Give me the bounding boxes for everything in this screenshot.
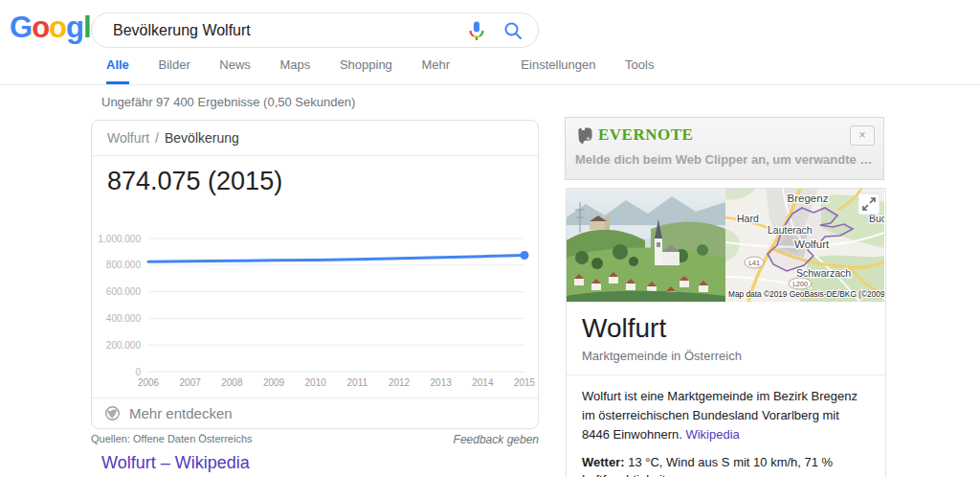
fact-weather-label: Wetter: xyxy=(582,455,625,469)
tab-news[interactable]: News xyxy=(219,57,251,81)
map-label-hard: Hard xyxy=(737,213,759,224)
svg-text:2010: 2010 xyxy=(305,377,327,388)
svg-text:2014: 2014 xyxy=(472,377,494,388)
tab-mehr[interactable]: Mehr xyxy=(421,57,450,81)
road-shield-l200: L200 xyxy=(792,281,808,287)
result-tabs: Alle Bilder News Maps Shopping Mehr Eins… xyxy=(106,57,980,84)
fact-weather: Wetter: 13 °C, Wind aus S mit 10 km/h, 7… xyxy=(582,454,870,477)
tab-tools[interactable]: Tools xyxy=(625,57,654,81)
knowledge-panel-divider xyxy=(567,375,885,375)
svg-text:2011: 2011 xyxy=(347,377,368,388)
expand-map-icon[interactable] xyxy=(858,193,880,215)
svg-text:2009: 2009 xyxy=(263,377,285,388)
tab-shopping[interactable]: Shopping xyxy=(340,57,392,81)
population-chart-svg: 0200.000400.000600.000800.0001.000.00020… xyxy=(97,226,535,397)
knowledge-panel-description: Wolfurt ist eine Marktgemeinde im Bezirk… xyxy=(582,387,870,444)
microphone-icon[interactable] xyxy=(465,19,488,42)
knowledge-panel-media: L41 L200 Bregenz Hard Lauterach Wolfurt … xyxy=(567,189,885,302)
results-stats: Ungefähr 97 400 Ergebnisse (0,50 Sekunde… xyxy=(101,95,355,109)
population-chart: 0200.000400.000600.000800.0001.000.00020… xyxy=(97,226,535,397)
tab-bilder[interactable]: Bilder xyxy=(158,57,189,81)
knowledge-panel-subtitle: Marktgemeinde in Österreich xyxy=(582,349,870,363)
evernote-message: Melde dich beim Web Clipper an, um verwa… xyxy=(575,152,878,167)
svg-text:2013: 2013 xyxy=(431,377,453,388)
globe-icon xyxy=(104,405,121,421)
map-label-schwarzach: Schwarzach xyxy=(796,267,851,279)
evernote-wordmark: EVERNOTE xyxy=(598,125,693,145)
wolfurt-photo[interactable] xyxy=(567,189,725,302)
header-divider xyxy=(0,84,980,85)
answer-card-breadcrumb: Wolfurt/Bevölkerung xyxy=(92,121,538,156)
knowledge-panel-body: Wolfurt Marktgemeinde in Österreich Wolf… xyxy=(567,302,885,477)
search-input[interactable] xyxy=(111,21,465,40)
svg-text:2007: 2007 xyxy=(180,377,202,388)
wikipedia-link[interactable]: Wikipedia xyxy=(685,427,739,442)
map-label-lauterach: Lauterach xyxy=(768,224,813,236)
wolfurt-map[interactable]: L41 L200 Bregenz Hard Lauterach Wolfurt … xyxy=(725,189,884,302)
knowledge-panel-title: Wolfurt xyxy=(582,313,870,344)
tab-einstellungen[interactable]: Einstellungen xyxy=(521,57,595,81)
svg-text:800.000: 800.000 xyxy=(106,260,142,270)
breadcrumb-separator: / xyxy=(155,130,159,146)
svg-text:2012: 2012 xyxy=(389,377,411,388)
sources-label: Quellen: Offene Daten Österreichs xyxy=(91,433,253,444)
tab-alle[interactable]: Alle xyxy=(106,57,129,84)
map-label-bregenz: Bregenz xyxy=(788,193,829,204)
map-label-wolfurt: Wolfurt xyxy=(794,238,830,250)
svg-text:600.000: 600.000 xyxy=(106,286,142,297)
breadcrumb-entity[interactable]: Wolfurt xyxy=(107,130,149,146)
evernote-logo: EVERNOTE xyxy=(575,125,693,145)
svg-text:2008: 2008 xyxy=(221,377,243,388)
explore-more-button[interactable]: Mehr entdecken xyxy=(92,398,538,428)
evernote-close-button[interactable]: × xyxy=(850,125,875,146)
svg-text:200.000: 200.000 xyxy=(106,340,142,351)
explore-more-label: Mehr entdecken xyxy=(129,405,233,421)
result-link-wolfurt-wikipedia[interactable]: Wolfurt – Wikipedia xyxy=(101,453,250,473)
svg-text:0: 0 xyxy=(135,367,141,377)
answer-source-row: Feedback geben Quellen: Offene Daten Öst… xyxy=(91,433,539,446)
evernote-clipper-banner: EVERNOTE × Melde dich beim Web Clipper a… xyxy=(565,117,884,180)
search-icon[interactable] xyxy=(501,19,524,42)
knowledge-panel: L41 L200 Bregenz Hard Lauterach Wolfurt … xyxy=(566,188,886,477)
svg-text:400.000: 400.000 xyxy=(106,313,142,324)
tab-maps[interactable]: Maps xyxy=(279,57,310,81)
population-headline: 874.075 (2015) xyxy=(107,167,282,196)
breadcrumb-metric: Bevölkerung xyxy=(165,130,239,146)
map-attribution: Map data ©2019 GeoBasis-DE/BKG (©2009) xyxy=(728,289,884,299)
population-answer-card: Wolfurt/Bevölkerung 874.075 (2015) 0200.… xyxy=(91,120,539,429)
search-bar[interactable] xyxy=(91,12,539,48)
feedback-link[interactable]: Feedback geben xyxy=(454,433,539,446)
svg-text:1.000.000: 1.000.000 xyxy=(99,234,142,244)
svg-text:2006: 2006 xyxy=(138,377,160,388)
svg-text:2015: 2015 xyxy=(514,377,535,388)
evernote-elephant-icon xyxy=(575,125,594,145)
road-shield-l41: L41 xyxy=(748,260,760,266)
